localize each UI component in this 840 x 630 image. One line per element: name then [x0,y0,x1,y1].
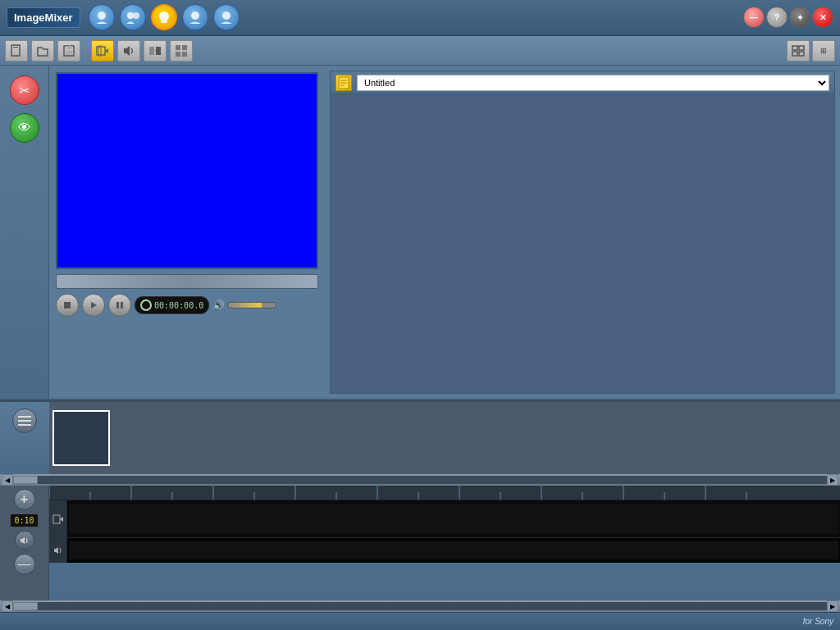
settings-button[interactable]: ✦ [789,7,810,28]
video-controls: 00:00:00.0 🔊 [56,294,318,317]
track-scroll-track[interactable] [13,602,827,610]
thumbnail-strip [49,402,840,474]
app-container: ImageMixer — ? ✦ ✕ [0,0,840,630]
svg-rect-21 [182,45,187,50]
svg-point-1 [127,12,134,19]
save-button[interactable] [57,40,80,62]
svg-rect-25 [799,46,804,50]
video-preview [56,72,318,269]
scissors-tool[interactable]: ✂ [10,75,39,105]
middle-section: ✂ 👁 [0,66,840,399]
svg-marker-59 [60,517,63,522]
svg-marker-29 [91,302,97,308]
bottom-status-bar: for Sony [0,612,840,630]
close-button[interactable]: ✕ [812,7,833,28]
track-container: + 0:10 — [0,486,840,600]
transition-button[interactable] [144,40,167,62]
pause-button[interactable] [108,294,131,317]
svg-marker-39 [21,537,25,544]
view-toggle-button[interactable] [787,40,810,62]
help-button[interactable]: ? [766,7,788,28]
svg-point-5 [191,11,199,20]
resize-button[interactable]: ⊞ [812,40,835,62]
track-ruler [49,486,840,500]
thumbnail-scrollbar[interactable]: ◀ ▶ [0,474,840,486]
toolbar-strip: ⊞ [0,36,840,66]
track-scrollbar[interactable]: ◀ ▶ [0,600,840,612]
play-button[interactable] [82,294,105,317]
svg-rect-7 [11,45,20,56]
svg-rect-4 [161,21,167,23]
video-scrubber[interactable] [56,274,318,289]
svg-rect-28 [64,302,71,308]
svg-rect-11 [66,51,72,55]
scroll-thumb[interactable] [13,476,38,484]
svg-rect-36 [18,416,31,418]
time-badge: 0:10 [10,514,38,527]
open-button[interactable] [31,40,54,62]
sound-icon-button[interactable] [15,531,34,550]
svg-rect-26 [792,52,797,56]
scroll-right-button[interactable]: ▶ [827,474,838,486]
svg-rect-38 [18,424,31,426]
project-body[interactable] [331,94,834,393]
svg-rect-58 [53,515,60,523]
timeline-left-controls [0,402,49,474]
scroll-left-button[interactable]: ◀ [2,474,13,486]
project-select[interactable]: Untitled [357,75,829,91]
timeline-area: ◀ ▶ + 0:10 — [0,399,840,612]
svg-marker-60 [54,547,58,554]
scroll-track[interactable] [13,476,827,484]
ruler-svg [49,486,840,500]
project-icon [336,75,352,91]
nav-icon-active[interactable] [151,4,177,30]
svg-rect-24 [792,46,797,50]
volume-slider[interactable] [227,302,276,308]
svg-rect-20 [176,45,180,50]
brand-label: for Sony [803,617,833,626]
stop-button[interactable] [56,294,79,317]
right-panel: Untitled [328,66,840,399]
volume-control: 🔊 [212,299,276,311]
track-main [49,486,840,600]
audio-track-content[interactable] [69,541,838,559]
thumbnail-row [0,400,840,474]
svg-rect-30 [116,302,119,308]
thumbnail-item[interactable] [52,410,110,466]
audio-track-icon [49,538,67,563]
svg-point-0 [98,11,106,20]
nav-icon-author[interactable] [182,4,208,30]
volume-icon: 🔊 [212,299,225,311]
toolbar-separator-1 [85,43,86,59]
video-track-content[interactable] [69,504,838,534]
svg-rect-17 [149,47,154,55]
minimize-button[interactable]: — [743,7,765,28]
svg-rect-10 [66,46,71,49]
effect-button[interactable] [170,40,193,62]
video-button[interactable] [91,40,114,62]
time-value: 00:00:00.0 [154,301,203,310]
add-track-button[interactable]: + [14,489,35,510]
track-scroll-left-button[interactable]: ◀ [2,600,13,612]
track-scroll-thumb[interactable] [13,602,38,610]
time-circle-icon [140,299,152,311]
video-track-icon [49,500,67,538]
svg-point-3 [159,11,169,21]
audio-track [49,538,840,563]
svg-rect-27 [799,52,804,56]
nav-icon-edit[interactable] [120,4,146,30]
zoom-out-button[interactable]: — [14,554,35,575]
time-display: 00:00:00.0 [135,296,209,314]
left-sidebar: ✂ 👁 [0,66,49,399]
track-scroll-right-button[interactable]: ▶ [827,600,838,612]
svg-point-6 [222,11,231,20]
toolbar-right: ⊞ [787,40,835,62]
nav-icon-share[interactable] [213,4,240,30]
svg-marker-16 [124,46,130,56]
svg-rect-23 [182,52,187,57]
timeline-menu-button[interactable] [12,409,37,433]
audio-button[interactable] [117,40,140,62]
new-button[interactable] [5,40,28,62]
eye-tool[interactable]: 👁 [10,113,39,143]
nav-icon-capture[interactable] [89,4,115,30]
